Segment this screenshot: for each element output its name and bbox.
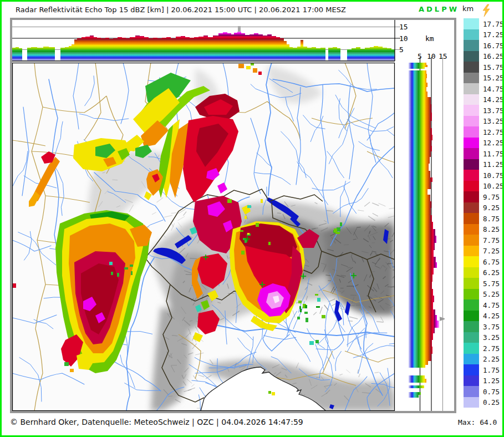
legend-row: 8.75: [464, 213, 502, 224]
legend-swatch: [464, 364, 479, 375]
legend-row: 13.75: [464, 105, 502, 116]
legend-swatch: [464, 18, 479, 29]
station-status-letters: ADLPW: [419, 5, 459, 13]
radar-plot: 15 10 5 km 5 10 15: [12, 20, 454, 411]
legend-swatch: [464, 289, 479, 300]
legend-row: 12.25: [464, 138, 502, 149]
legend-value: 1.75: [483, 366, 500, 374]
legend-swatch: [464, 202, 479, 214]
max-peak-marker-top: [238, 26, 241, 32]
legend-row: 8.25: [464, 224, 502, 235]
legend-swatch: [464, 321, 479, 332]
legend-swatch: [464, 354, 479, 365]
legend-value: 0.75: [483, 388, 500, 396]
legend-row: 13.25: [464, 116, 502, 127]
legend-row: 0.75: [464, 386, 502, 397]
page-title: Radar Reflektivität Echo Top 15 dBZ [km]…: [16, 6, 346, 14]
corner-axis-labels: 15 10 5 km 5 10 15: [399, 23, 447, 60]
profile-panel-right: [397, 57, 454, 411]
legend-swatch: [464, 181, 479, 192]
legend-swatch: [464, 170, 479, 181]
legend-row: 0.25: [464, 397, 502, 408]
legend-swatch: [464, 73, 479, 84]
legend-swatch: [464, 332, 479, 343]
legend-swatch: [464, 397, 479, 408]
legend-row: 15.75: [464, 62, 502, 73]
legend-value: 2.25: [483, 355, 500, 363]
legend-row: 17.75: [464, 18, 502, 29]
legend-row: 7.25: [464, 246, 502, 257]
legend-value: 14.25: [483, 95, 504, 104]
legend-value: 14.75: [483, 85, 504, 93]
legend-value: 6.75: [483, 258, 500, 266]
legend-value: 5.25: [483, 290, 500, 298]
station-letter-w: W: [449, 5, 457, 13]
legend-value: 8.25: [483, 225, 500, 233]
legend-row: 4.25: [464, 311, 502, 322]
legend-value: 2.75: [483, 344, 500, 353]
station-letter-p: P: [441, 5, 447, 13]
legend-swatch: [464, 256, 479, 267]
legend-value: 11.25: [483, 160, 504, 169]
legend-value: 6.25: [483, 268, 500, 277]
svg-text:km: km: [425, 34, 434, 43]
legend-row: 10.75: [464, 170, 502, 181]
radar-map: [12, 63, 435, 411]
legend-value: 1.25: [483, 377, 500, 385]
legend-row: 2.75: [464, 343, 502, 354]
legend-value: 16.75: [483, 42, 504, 50]
legend-row: 2.25: [464, 354, 502, 365]
plot-frame: 15 10 5 km 5 10 15: [10, 18, 456, 413]
legend-value: 4.25: [483, 312, 500, 320]
legend-value: 5.75: [483, 280, 500, 288]
legend-row: 12.75: [464, 126, 502, 138]
legend-row: 3.75: [464, 321, 502, 332]
legend-unit-label: km: [462, 4, 474, 13]
svg-text:5: 5: [399, 45, 404, 54]
legend-row: 6.25: [464, 267, 502, 278]
legend-row: 16.25: [464, 51, 502, 62]
legend-value: 11.75: [483, 150, 504, 158]
legend-swatch: [464, 213, 479, 224]
max-value-label: Max: 64.0: [458, 418, 497, 426]
legend-swatch: [464, 51, 479, 62]
legend-row: 4.75: [464, 299, 502, 311]
legend-row: 15.25: [464, 73, 502, 84]
legend-swatch: [464, 148, 479, 159]
legend-value: 12.25: [483, 139, 504, 147]
station-letter-d: D: [426, 5, 432, 13]
legend-swatch: [464, 62, 479, 73]
legend-row: 10.25: [464, 181, 502, 192]
legend-value: 15.75: [483, 63, 504, 72]
legend-swatch: [464, 105, 479, 116]
legend-swatch: [464, 159, 479, 170]
legend-value: 7.75: [483, 236, 500, 245]
svg-text:5: 5: [418, 52, 422, 60]
legend-row: 9.75: [464, 191, 502, 202]
legend-value: 17.25: [483, 31, 504, 39]
legend-value: 13.25: [483, 117, 504, 125]
legend-swatch: [464, 126, 479, 138]
legend-row: 16.75: [464, 40, 502, 51]
legend-value: 3.25: [483, 333, 500, 342]
legend-value: 13.75: [483, 106, 504, 115]
profile-panel-top: [12, 20, 400, 61]
legend-value: 15.25: [483, 74, 504, 82]
legend-swatch: [464, 343, 479, 354]
legend-row: 11.25: [464, 159, 502, 170]
legend-row: 5.25: [464, 289, 502, 300]
legend-row: 3.25: [464, 332, 502, 343]
legend-row: 17.25: [464, 29, 502, 40]
legend-swatch: [464, 83, 479, 94]
footer-credit: © Bernhard Oker, Datenquelle: MeteoSchwe…: [10, 418, 303, 426]
height-color-legend: 17.7517.2516.7516.2515.7515.2514.7514.25…: [464, 18, 502, 408]
legend-value: 4.75: [483, 301, 500, 309]
legend-swatch: [464, 40, 479, 51]
legend-swatch: [464, 311, 479, 322]
legend-value: 9.75: [483, 193, 500, 201]
legend-value: 7.25: [483, 247, 500, 255]
legend-swatch: [464, 386, 479, 397]
legend-value: 10.25: [483, 182, 504, 190]
svg-text:15: 15: [399, 23, 408, 31]
legend-swatch: [464, 375, 479, 387]
